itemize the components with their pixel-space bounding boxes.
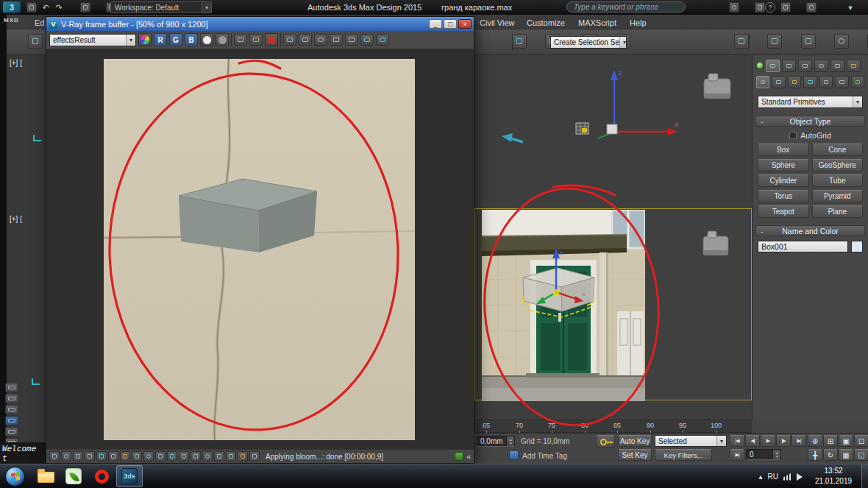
vfb-mini-icon[interactable]: [238, 451, 248, 462]
viewport-front-active[interactable]: z x: [474, 208, 752, 400]
vfb-mini-icon[interactable]: [179, 451, 189, 462]
vfb-mini-icon[interactable]: [202, 451, 213, 462]
workspace-dropdown[interactable]: Workspace: Default ▾: [110, 1, 212, 13]
exchange-icon[interactable]: [806, 2, 817, 13]
vfb-mini-icon[interactable]: [49, 451, 60, 462]
vfb-mini-icon[interactable]: [143, 451, 154, 462]
blue-channel-button[interactable]: B: [185, 33, 198, 46]
mirror-icon[interactable]: [734, 34, 749, 49]
autogrid-checkbox[interactable]: [789, 132, 797, 139]
mini-tool-icon[interactable]: [5, 383, 18, 392]
set-key-button[interactable]: Set Key: [618, 449, 652, 461]
category-shapes-icon[interactable]: [772, 76, 785, 88]
vfb-collapse-icon[interactable]: «: [466, 453, 471, 461]
language-indicator[interactable]: RU: [768, 473, 778, 481]
vfb-mini-icon[interactable]: [120, 451, 130, 462]
key-step-button[interactable]: ▶|: [730, 449, 744, 461]
help-icon[interactable]: ?: [765, 2, 775, 13]
history-icon[interactable]: [345, 34, 358, 46]
set-keys-button[interactable]: [596, 435, 615, 448]
previous-frame-button[interactable]: ◀|: [745, 435, 760, 447]
key-filters-button[interactable]: Key Filters...: [655, 449, 712, 461]
zoom-icon[interactable]: ⊕: [808, 435, 822, 447]
zoom-extents-icon[interactable]: ▣: [839, 435, 853, 447]
vfb-mini-icon[interactable]: [167, 451, 177, 462]
follow-mouse-icon[interactable]: [314, 34, 327, 46]
taskbar-opera[interactable]: [88, 465, 115, 487]
tab-display[interactable]: [830, 60, 844, 72]
volume-icon[interactable]: [797, 473, 806, 481]
open-file-icon[interactable]: [80, 2, 90, 13]
box-button[interactable]: Box: [758, 144, 809, 156]
red-channel-button[interactable]: R: [154, 33, 167, 46]
alpha-channel-icon[interactable]: [200, 33, 213, 46]
vfb-mini-icon[interactable]: [155, 451, 166, 462]
menu-civil-view[interactable]: Civil View: [480, 18, 514, 27]
auto-key-button[interactable]: Auto Key: [618, 435, 652, 447]
play-button[interactable]: ▶: [761, 435, 775, 447]
spinner-icon[interactable]: ▴▾: [772, 450, 780, 459]
vfb-channel-dropdown[interactable]: effectsResult ▾: [49, 34, 136, 46]
category-spacewarps-icon[interactable]: [835, 76, 848, 88]
menu-edit[interactable]: Ed: [35, 18, 44, 27]
maximize-viewport-icon[interactable]: ◱: [854, 449, 868, 461]
selection-set-dropdown[interactable]: Selected ▾: [655, 435, 727, 447]
close-icon[interactable]: ×: [458, 19, 472, 29]
scene-explorer-icon[interactable]: [834, 34, 849, 49]
mini-tool-icon[interactable]: [5, 394, 18, 403]
chevron-down-icon[interactable]: ▾: [844, 2, 856, 13]
undo-icon[interactable]: ↶: [40, 2, 51, 13]
clock[interactable]: 13:52 21.01.2019: [809, 466, 858, 487]
pyramid-button[interactable]: Pyramid: [812, 190, 864, 202]
viewport-label-bottom-left[interactable]: [+] [: [10, 215, 22, 223]
zoom-all-icon[interactable]: ⊞: [823, 435, 838, 447]
favorites-icon[interactable]: [780, 2, 791, 13]
vfb-mini-icon[interactable]: [85, 451, 95, 462]
rollout-object-type[interactable]: - Object Type: [755, 116, 865, 127]
compare-horizontal-icon[interactable]: [360, 34, 374, 46]
pin-icon[interactable]: [756, 62, 764, 69]
coordinate-x-field[interactable]: 0,0mm ▴▾: [477, 436, 515, 447]
start-button[interactable]: [5, 467, 25, 487]
track-mouse-icon[interactable]: [283, 34, 296, 46]
vray-frame-buffer-window[interactable]: V V-Ray frame buffer - [50% of 980 x 120…: [46, 16, 474, 464]
save-icon[interactable]: [26, 2, 37, 13]
show-hidden-icons[interactable]: ▴: [759, 473, 763, 481]
cylinder-button[interactable]: Cylinder: [758, 174, 809, 187]
category-helpers-icon[interactable]: [819, 76, 833, 88]
object-color-swatch[interactable]: [851, 241, 863, 252]
pan-icon[interactable]: ╋: [808, 449, 822, 461]
mini-tool-icon-active[interactable]: [5, 416, 18, 425]
green-channel-button[interactable]: G: [169, 33, 182, 46]
mini-tool-icon[interactable]: [5, 427, 18, 436]
taskbar-3dsmax-active[interactable]: 3ds: [116, 465, 143, 487]
primitive-category-dropdown[interactable]: Standard Primitives ▾: [758, 96, 863, 108]
vfb-ok-icon[interactable]: [455, 452, 463, 461]
spinner-icon[interactable]: ▴▾: [506, 436, 514, 446]
save-image-icon[interactable]: [234, 34, 247, 46]
isolate-icon[interactable]: ▦: [839, 449, 853, 461]
vfb-mini-icon[interactable]: [73, 451, 83, 462]
named-selection-dropdown[interactable]: Create Selection Se ▾: [550, 36, 627, 49]
stamp-icon[interactable]: [330, 34, 343, 46]
vfb-titlebar[interactable]: V V-Ray frame buffer - [50% of 980 x 120…: [46, 17, 474, 31]
tube-button[interactable]: Tube: [812, 174, 864, 187]
maximize-icon[interactable]: □: [444, 19, 457, 29]
category-systems-icon[interactable]: [851, 76, 864, 88]
category-cameras-icon[interactable]: [803, 76, 817, 88]
monochrome-icon[interactable]: [216, 33, 229, 46]
mini-tool-icon[interactable]: [5, 405, 18, 414]
color-corrections-icon[interactable]: [138, 33, 152, 46]
vfb-mini-icon[interactable]: [132, 451, 142, 462]
tab-modify[interactable]: [782, 60, 796, 72]
plane-button[interactable]: Plane: [812, 205, 864, 218]
category-geometry-icon[interactable]: [756, 76, 769, 88]
vfb-mini-icon[interactable]: [61, 451, 71, 462]
sphere-button[interactable]: Sphere: [758, 159, 809, 171]
tab-motion[interactable]: [814, 60, 828, 72]
communication-icon[interactable]: [755, 2, 765, 13]
network-icon[interactable]: [783, 473, 791, 481]
welcome-window-fragment[interactable]: Welcome t: [0, 442, 46, 464]
menu-customize[interactable]: Customize: [527, 18, 565, 27]
go-to-end-button[interactable]: ▶|: [791, 435, 806, 447]
